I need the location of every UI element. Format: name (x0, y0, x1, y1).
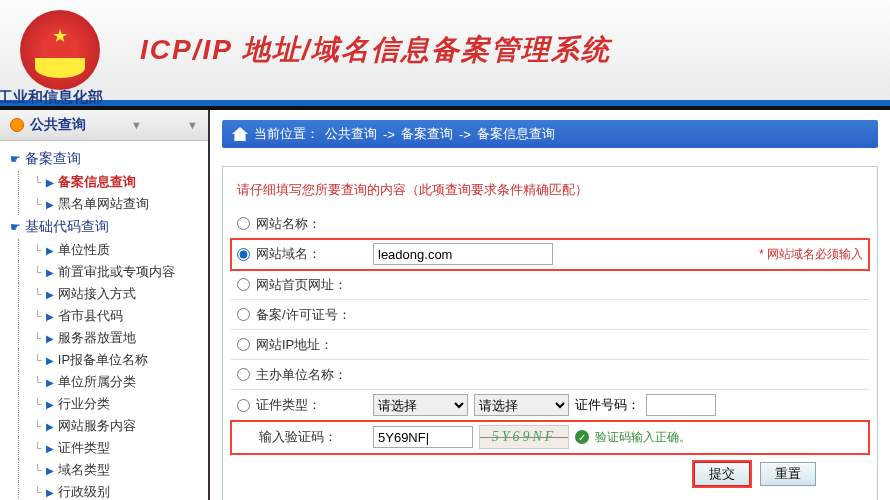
arrow-icon: ▶ (46, 333, 54, 344)
sidebar: 公共查询 ▼ ▼ ☛备案查询└▶备案信息查询└▶黑名单网站查询☛基础代码查询└▶… (0, 110, 210, 500)
hand-icon: ☛ (10, 220, 21, 234)
arrow-icon: ▶ (46, 377, 54, 388)
label-ip[interactable]: 网站IP地址： (237, 336, 367, 354)
breadcrumb-link[interactable]: 备案查询 (401, 125, 453, 143)
check-icon: ✓ (575, 430, 589, 444)
sidebar-title: 公共查询 (30, 116, 86, 134)
tree-item[interactable]: └▶行业分类 (6, 393, 208, 415)
captcha-input[interactable] (373, 426, 473, 448)
site-title: ICP/IP 地址/域名信息备案管理系统 (140, 31, 611, 69)
breadcrumb-prefix: 当前位置： (254, 125, 319, 143)
radio-cert-type[interactable] (237, 399, 250, 412)
tree-group[interactable]: ☛基础代码查询 (6, 215, 208, 239)
label-domain[interactable]: 网站域名： (237, 245, 367, 263)
radio-homepage[interactable] (237, 278, 250, 291)
label-site-name[interactable]: 网站名称： (237, 215, 367, 233)
sidebar-header[interactable]: 公共查询 ▼ ▼ (0, 110, 208, 141)
nav-tree: ☛备案查询└▶备案信息查询└▶黑名单网站查询☛基础代码查询└▶单位性质└▶前置审… (0, 141, 208, 500)
arrow-icon: ▶ (46, 443, 54, 454)
tree-item[interactable]: └▶备案信息查询 (6, 171, 208, 193)
tree-item[interactable]: └▶域名类型 (6, 459, 208, 481)
arrow-icon: ▶ (46, 465, 54, 476)
domain-required-note: * 网站域名必须输入 (759, 246, 863, 263)
tree-item[interactable]: └▶行政级别 (6, 481, 208, 500)
radio-sponsor[interactable] (237, 368, 250, 381)
chevron-down-icon: ▼ (187, 119, 198, 131)
home-icon (232, 127, 248, 141)
chevron-down-icon: ▼ (131, 119, 142, 131)
tree-item[interactable]: └▶服务器放置地 (6, 327, 208, 349)
toggle-icon (10, 118, 24, 132)
label-cert-no: 证件号码： (575, 396, 640, 414)
arrow-icon: ▶ (46, 355, 54, 366)
label-cert-type[interactable]: 证件类型： (237, 396, 367, 414)
tree-item[interactable]: └▶前置审批或专项内容 (6, 261, 208, 283)
arrow-icon: ▶ (46, 199, 54, 210)
arrow-icon: ▶ (46, 245, 54, 256)
radio-ip[interactable] (237, 338, 250, 351)
arrow-icon: ▶ (46, 487, 54, 498)
submit-button[interactable]: 提交 (694, 462, 750, 486)
arrow-icon: ▶ (46, 421, 54, 432)
breadcrumb: 当前位置： 公共查询 -> 备案查询 -> 备案信息查询 (222, 120, 878, 148)
query-form: 请仔细填写您所要查询的内容（此项查询要求条件精确匹配） 网站名称： 网站域名： … (222, 166, 878, 500)
form-instruction: 请仔细填写您所要查询的内容（此项查询要求条件精确匹配） (231, 177, 869, 209)
hand-icon: ☛ (10, 152, 21, 166)
arrow-icon: ▶ (46, 289, 54, 300)
tree-item[interactable]: └▶网站接入方式 (6, 283, 208, 305)
main-content: 当前位置： 公共查询 -> 备案查询 -> 备案信息查询 请仔细填写您所要查询的… (210, 110, 890, 500)
cert-type-select-2[interactable]: 请选择 (474, 394, 569, 416)
tree-item[interactable]: └▶黑名单网站查询 (6, 193, 208, 215)
breadcrumb-link[interactable]: 公共查询 (325, 125, 377, 143)
captcha-ok-text: 验证码输入正确。 (595, 429, 691, 446)
tree-group[interactable]: ☛备案查询 (6, 147, 208, 171)
org-name: 工业和信息化部 (0, 88, 103, 107)
arrow-icon: ▶ (46, 311, 54, 322)
tree-item[interactable]: └▶省市县代码 (6, 305, 208, 327)
captcha-image[interactable]: 5Y69NF (479, 425, 569, 449)
domain-input[interactable] (373, 243, 553, 265)
cert-no-input[interactable] (646, 394, 716, 416)
emblem-logo (20, 10, 100, 90)
tree-item[interactable]: └▶单位性质 (6, 239, 208, 261)
breadcrumb-link[interactable]: 备案信息查询 (477, 125, 555, 143)
label-sponsor[interactable]: 主办单位名称： (237, 366, 367, 384)
tree-item[interactable]: └▶单位所属分类 (6, 371, 208, 393)
label-homepage[interactable]: 网站首页网址： (237, 276, 367, 294)
arrow-icon: ▶ (46, 399, 54, 410)
tree-item[interactable]: └▶IP报备单位名称 (6, 349, 208, 371)
header: ICP/IP 地址/域名信息备案管理系统 工业和信息化部 (0, 0, 890, 110)
reset-button[interactable]: 重置 (760, 462, 816, 486)
arrow-icon: ▶ (46, 177, 54, 188)
tree-item[interactable]: └▶证件类型 (6, 437, 208, 459)
tree-item[interactable]: └▶网站服务内容 (6, 415, 208, 437)
radio-domain[interactable] (237, 248, 250, 261)
radio-site-name[interactable] (237, 217, 250, 230)
arrow-icon: ▶ (46, 267, 54, 278)
cert-type-select-1[interactable]: 请选择 (373, 394, 468, 416)
radio-license[interactable] (237, 308, 250, 321)
label-captcha: 输入验证码： (237, 428, 367, 446)
label-license[interactable]: 备案/许可证号： (237, 306, 367, 324)
